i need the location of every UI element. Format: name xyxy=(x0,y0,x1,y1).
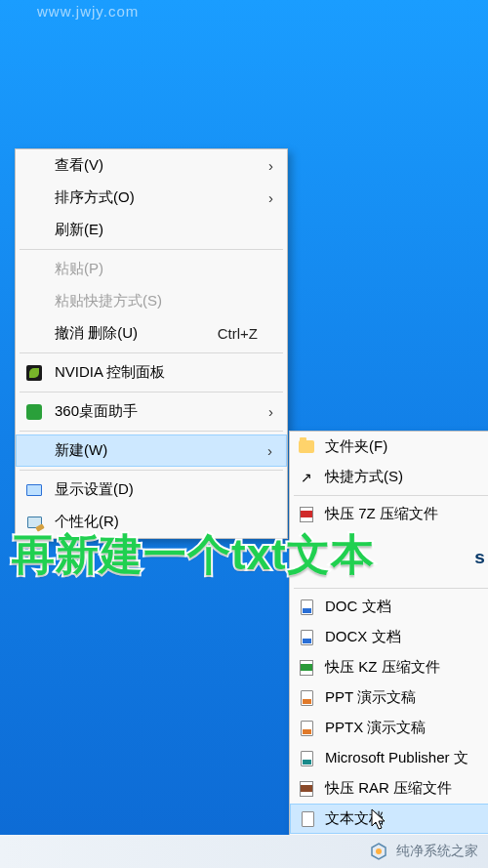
new-submenu: 文件夹(F) ↗ 快捷方式(S) 快压 7Z 压缩文件 DOC 文档 DOCX … xyxy=(289,431,488,863)
menu-item-view[interactable]: 查看(V) › xyxy=(16,149,287,182)
360-icon xyxy=(25,403,43,421)
zip-brown-icon xyxy=(298,780,315,798)
shortcut-icon: ↗ xyxy=(298,469,315,486)
menu-label: 360桌面助手 xyxy=(55,402,138,421)
doc-orange-icon xyxy=(298,720,315,737)
menu-label: PPT 演示文稿 xyxy=(325,688,416,707)
menu-label: 刷新(E) xyxy=(55,221,103,239)
menu-label: NVIDIA 控制面板 xyxy=(55,363,165,382)
menu-separator xyxy=(20,392,283,393)
menu-label: 文件夹(F) xyxy=(325,437,387,456)
submenu-item-ppt[interactable]: PPT 演示文稿 xyxy=(290,682,488,713)
menu-separator xyxy=(20,470,283,471)
caption-side-text: s 数据 xyxy=(474,545,488,570)
menu-label: PPTX 演示文稿 xyxy=(325,719,426,737)
menu-item-360[interactable]: 360桌面助手 › xyxy=(16,395,287,428)
submenu-item-rar[interactable]: 快压 RAR 压缩文件 xyxy=(290,773,488,804)
doc-orange-icon xyxy=(298,689,315,707)
submenu-item-pptx[interactable]: PPTX 演示文稿 xyxy=(290,713,488,743)
menu-label: Microsoft Publisher 文 xyxy=(325,749,468,767)
submenu-item-doc[interactable]: DOC 文档 xyxy=(290,592,488,622)
nvidia-icon xyxy=(25,364,43,382)
submenu-item-publisher[interactable]: Microsoft Publisher 文 xyxy=(290,743,488,773)
menu-label: DOC 文档 xyxy=(325,598,391,616)
submenu-item-text-document[interactable]: 文本文档 xyxy=(290,804,488,834)
display-icon xyxy=(25,481,43,499)
menu-label: 查看(V) xyxy=(55,156,103,175)
menu-item-paste: 粘贴(P) xyxy=(16,253,287,285)
submenu-item-docx[interactable]: DOCX 文档 xyxy=(290,622,488,652)
desktop-context-menu: 查看(V) › 排序方式(O) › 刷新(E) 粘贴(P) 粘贴快捷方式(S) … xyxy=(15,148,288,539)
menu-label: 粘贴(P) xyxy=(55,260,103,278)
menu-item-nvidia[interactable]: NVIDIA 控制面板 xyxy=(16,356,287,389)
footer-watermark-bar: 纯净系统之家 xyxy=(0,835,488,868)
chevron-right-icon: › xyxy=(268,189,273,206)
doc-plain-icon xyxy=(299,810,316,828)
footer-text: 纯净系统之家 xyxy=(396,843,478,860)
menu-item-undo-delete[interactable]: 撤消 删除(U) Ctrl+Z xyxy=(16,317,287,350)
menu-separator xyxy=(20,352,283,353)
menu-item-refresh[interactable]: 刷新(E) xyxy=(16,214,287,246)
video-caption: 再新建一个txt文本 xyxy=(12,526,375,584)
footer-logo-icon xyxy=(369,842,388,861)
menu-shortcut: Ctrl+Z xyxy=(218,325,258,342)
watermark-top: www.jwjy.com xyxy=(37,3,139,20)
menu-label: 粘贴快捷方式(S) xyxy=(55,292,162,310)
chevron-right-icon: › xyxy=(267,442,272,459)
menu-separator xyxy=(20,249,283,250)
menu-label: 快压 RAR 压缩文件 xyxy=(325,779,452,798)
menu-label: 文本文档 xyxy=(325,809,384,828)
folder-icon xyxy=(298,438,315,456)
menu-separator xyxy=(20,431,283,432)
doc-teal-icon xyxy=(298,750,315,767)
menu-label: DOCX 文档 xyxy=(325,628,401,646)
menu-separator xyxy=(294,495,488,496)
menu-item-sort[interactable]: 排序方式(O) › xyxy=(16,182,287,214)
menu-item-paste-shortcut: 粘贴快捷方式(S) xyxy=(16,285,287,317)
svg-point-0 xyxy=(376,848,382,854)
submenu-item-kz[interactable]: 快压 KZ 压缩文件 xyxy=(290,652,488,682)
zip-red-icon xyxy=(298,506,315,523)
chevron-right-icon: › xyxy=(268,157,273,174)
menu-separator xyxy=(294,588,488,589)
submenu-item-7z[interactable]: 快压 7Z 压缩文件 xyxy=(290,499,488,529)
menu-label: 显示设置(D) xyxy=(55,480,134,499)
menu-label: 排序方式(O) xyxy=(55,188,135,207)
menu-label: 撤消 删除(U) xyxy=(55,324,138,343)
menu-label: 快压 7Z 压缩文件 xyxy=(325,505,438,523)
zip-green-icon xyxy=(298,659,315,677)
menu-label: 新建(W) xyxy=(55,441,107,460)
menu-item-new[interactable]: 新建(W) › xyxy=(16,434,287,467)
doc-blue-icon xyxy=(298,629,315,646)
doc-blue-icon xyxy=(298,599,315,616)
menu-item-display-settings[interactable]: 显示设置(D) xyxy=(16,474,287,506)
chevron-right-icon: › xyxy=(268,403,273,420)
submenu-item-shortcut[interactable]: ↗ 快捷方式(S) xyxy=(290,462,488,492)
submenu-item-folder[interactable]: 文件夹(F) xyxy=(290,432,488,462)
menu-label: 快捷方式(S) xyxy=(325,468,403,486)
menu-label: 快压 KZ 压缩文件 xyxy=(325,658,440,677)
